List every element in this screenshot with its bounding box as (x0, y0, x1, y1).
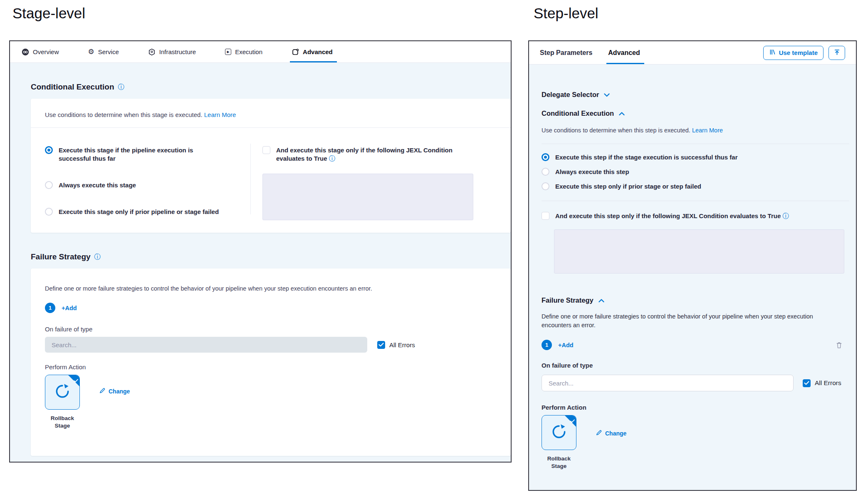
jexl-condition-section: And execute this stage only if the follo… (251, 128, 511, 224)
tab-advanced[interactable]: Advanced (292, 41, 333, 62)
tab-service[interactable]: ⚙ Service (88, 41, 119, 62)
failure-strategy-description: Define one or more failure strategies to… (542, 312, 828, 330)
strategy-list-row: 1 +Add (45, 303, 497, 313)
info-icon[interactable]: ⓘ (118, 84, 125, 90)
error-type-search-input[interactable] (45, 337, 367, 353)
tab-label: Overview (33, 48, 59, 55)
jexl-checkbox-row[interactable]: And execute this stage only if the follo… (262, 146, 501, 163)
screenshot-root: Stage-level Step-level Overview ⚙ Servic… (0, 0, 868, 495)
radio-selected (45, 146, 53, 154)
radio-option-failed[interactable]: Execute this stage only if prior pipelin… (45, 208, 250, 216)
failure-strategy-description: Define one or more failure strategies to… (45, 285, 497, 292)
error-type-row: All Errors (45, 337, 497, 353)
learn-more-link[interactable]: Learn More (204, 111, 236, 118)
info-icon[interactable]: ⓘ (94, 254, 101, 260)
all-errors-checkbox-row[interactable]: All Errors (377, 341, 415, 349)
selected-check-icon (570, 417, 575, 425)
radio-option-successful[interactable]: Execute this step if the stage execution… (542, 153, 849, 162)
template-library-icon (769, 49, 776, 57)
change-action-link[interactable]: Change (99, 387, 130, 395)
conditional-execution-description: Use conditions to determine when this st… (542, 127, 849, 134)
radio-selected (542, 153, 549, 161)
chevron-up-icon (619, 109, 625, 118)
use-template-button[interactable]: Use template (763, 46, 823, 60)
rollback-stage-action-card[interactable] (45, 375, 80, 410)
strategy-badge[interactable]: 1 (542, 340, 552, 350)
info-icon[interactable]: ⓘ (329, 155, 336, 162)
tab-overview[interactable]: Overview (22, 41, 59, 62)
radio-option-always[interactable]: Always execute this step (542, 168, 849, 176)
stage-advanced-content: Conditional Execution ⓘ Use conditions t… (10, 63, 511, 462)
pencil-icon (99, 387, 106, 395)
rollback-icon (54, 383, 71, 402)
jexl-condition-input[interactable] (262, 174, 473, 220)
tab-label: Advanced (608, 49, 640, 57)
selected-check-icon (74, 377, 78, 384)
radio-option-successful[interactable]: Execute this stage if the pipeline execu… (45, 146, 250, 163)
conditional-execution-heading: Conditional Execution ⓘ (31, 82, 511, 92)
radio-unselected (45, 208, 53, 216)
execution-condition-radios: Execute this step if the stage execution… (542, 153, 849, 191)
rollback-stage-action-card[interactable] (542, 415, 576, 450)
radio-option-always[interactable]: Always execute this stage (45, 181, 250, 189)
stage-panel: Overview ⚙ Service Infrastructure ▶ Exec… (9, 40, 512, 463)
tab-label: Step Parameters (540, 49, 592, 57)
learn-more-link[interactable]: Learn More (692, 127, 723, 134)
action-name: Rollback Stage (542, 455, 576, 470)
conditional-execution-description: Use conditions to determine when this st… (31, 99, 511, 128)
perform-action-label: Perform Action (45, 363, 497, 371)
step-panel: Step Parameters Advanced Use template (528, 40, 857, 491)
stage-level-title: Stage-level (12, 5, 85, 22)
failure-strategy-card: Define one or more failure strategies to… (31, 269, 511, 456)
tab-infrastructure[interactable]: Infrastructure (148, 41, 196, 62)
radio-unselected (542, 168, 549, 176)
tabbar-actions: Use template (763, 46, 845, 60)
jexl-checkbox-row[interactable]: And execute this step only if the follow… (542, 212, 849, 220)
rollback-icon (550, 423, 568, 442)
conditional-execution-options: Execute this stage if the pipeline execu… (31, 128, 511, 224)
perform-action-label: Perform Action (542, 404, 849, 411)
delete-strategy-icon[interactable] (836, 341, 843, 349)
execution-icon: ▶ (225, 49, 231, 55)
error-type-search-input[interactable] (542, 375, 794, 391)
failure-strategy-toggle[interactable]: Failure Strategy (542, 296, 849, 305)
checkbox-unchecked (262, 146, 270, 154)
action-name: Rollback Stage (45, 415, 80, 430)
tab-label: Infrastructure (159, 48, 196, 55)
divider (542, 201, 849, 201)
radio-unselected (542, 182, 549, 190)
divider (542, 144, 849, 144)
tab-step-advanced[interactable]: Advanced (608, 41, 640, 64)
perform-action-row: Rollback Stage Change (542, 415, 849, 470)
add-strategy-link[interactable]: +Add (62, 305, 77, 311)
checkbox-checked (377, 341, 385, 349)
error-type-row: All Errors (542, 375, 849, 391)
strategy-badge[interactable]: 1 (45, 303, 55, 313)
add-strategy-link[interactable]: +Add (558, 342, 574, 348)
change-action-link[interactable]: Change (596, 429, 626, 437)
failure-strategy-heading: Failure Strategy ⓘ (31, 252, 511, 262)
delegate-selector-toggle[interactable]: Delegate Selector (542, 90, 849, 99)
chevron-down-icon (604, 90, 610, 99)
stage-tabbar: Overview ⚙ Service Infrastructure ▶ Exec… (10, 41, 511, 63)
step-tabbar: Step Parameters Advanced Use template (529, 41, 856, 65)
checkbox-unchecked (542, 212, 549, 220)
gear-icon: ⚙ (88, 48, 94, 55)
chevron-up-icon (598, 296, 604, 305)
info-icon[interactable]: ⓘ (782, 212, 789, 219)
strategy-list-row: 1 +Add (542, 340, 849, 350)
tab-execution[interactable]: ▶ Execution (225, 41, 262, 62)
execution-condition-radios: Execute this stage if the pipeline execu… (31, 128, 250, 224)
save-as-template-button[interactable] (828, 46, 845, 60)
jexl-condition-input[interactable] (554, 229, 844, 274)
pencil-icon (596, 429, 602, 437)
overview-icon (22, 48, 29, 56)
on-failure-label: On failure of type (542, 362, 849, 369)
all-errors-checkbox-row[interactable]: All Errors (803, 379, 841, 387)
tab-step-parameters[interactable]: Step Parameters (540, 41, 592, 64)
advanced-icon (292, 48, 299, 56)
radio-option-failed[interactable]: Execute this step only if prior stage or… (542, 182, 849, 191)
perform-action-row: Rollback Stage Change (45, 375, 497, 430)
conditional-execution-toggle[interactable]: Conditional Execution (542, 109, 849, 118)
checkbox-checked (803, 379, 811, 387)
